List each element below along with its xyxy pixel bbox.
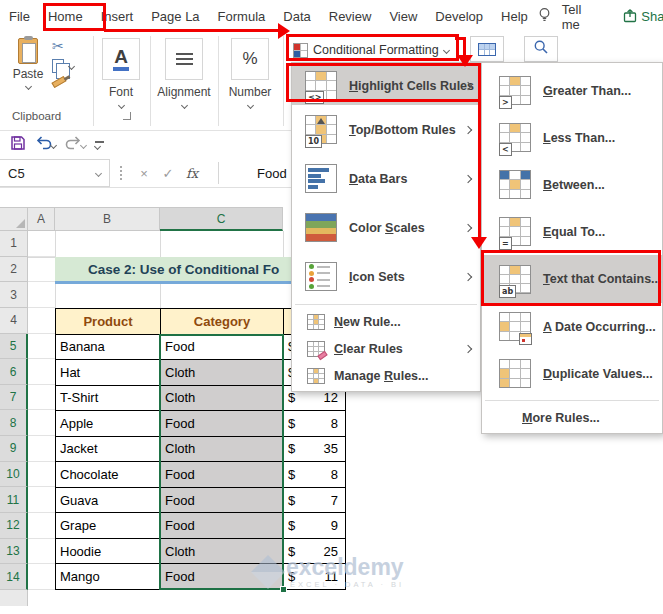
menu-item-top-bottom-rules[interactable]: 10 Top/Bottom Rules xyxy=(292,105,480,154)
cell-product[interactable]: T-Shirt xyxy=(56,386,160,411)
column-header-a[interactable]: A xyxy=(28,207,55,231)
cell-product[interactable]: Apple xyxy=(56,411,160,436)
cell-category[interactable]: Food xyxy=(161,488,283,513)
insert-function-icon[interactable]: fx xyxy=(180,166,204,181)
row-header-4[interactable]: 4 xyxy=(0,308,28,334)
row-header-14[interactable]: 14 xyxy=(0,564,28,590)
menu-item-data-bars[interactable]: Data Bars xyxy=(292,154,480,203)
menu-item-icon-sets[interactable]: Icon Sets xyxy=(292,252,480,301)
row-header-12[interactable]: 12 xyxy=(0,513,28,539)
cell-category[interactable]: Cloth xyxy=(161,539,283,564)
submenu-item-text-that-contains[interactable]: ab Text that Contains... xyxy=(482,255,662,303)
cut-icon[interactable]: ✂ xyxy=(52,39,64,53)
cell-category[interactable]: Food xyxy=(161,462,283,487)
conditional-formatting-button[interactable]: Conditional Formatting xyxy=(293,38,449,62)
tab-review[interactable]: Review xyxy=(320,0,381,33)
column-header-c[interactable]: C xyxy=(160,207,283,231)
share-button[interactable]: Share xyxy=(623,8,663,26)
cell-category[interactable]: Food xyxy=(161,513,283,538)
tell-me-label[interactable]: Tell me xyxy=(562,2,582,32)
chevron-down-icon[interactable] xyxy=(50,141,57,148)
cell-product[interactable]: Banana xyxy=(56,335,160,360)
cell-product[interactable]: Hoodie xyxy=(56,539,160,564)
submenu-item-between[interactable]: Between... xyxy=(482,161,662,208)
chevron-down-icon[interactable] xyxy=(68,62,75,69)
column-header-b[interactable]: B xyxy=(55,207,160,231)
tab-view[interactable]: View xyxy=(380,0,426,33)
clear-rules-icon xyxy=(305,341,327,357)
row-header-6[interactable]: 6 xyxy=(0,359,28,385)
number-group-button[interactable]: % Number xyxy=(230,38,270,108)
tab-file[interactable]: File xyxy=(0,0,39,33)
save-icon[interactable] xyxy=(10,135,26,155)
row-header-7[interactable]: 7 xyxy=(0,385,28,411)
cell-category-active[interactable]: Food xyxy=(161,335,283,360)
menu-item-new-rule[interactable]: New Rule... xyxy=(292,308,480,335)
cell-category[interactable]: Food xyxy=(161,564,283,589)
cell-price[interactable]: $11 xyxy=(284,564,345,589)
cell-category[interactable]: Food xyxy=(161,411,283,436)
submenu-item-duplicate-values[interactable]: Duplicate Values... xyxy=(482,350,662,397)
cell-product[interactable]: Jacket xyxy=(56,437,160,462)
menu-item-highlight-cells-rules[interactable]: ≤> Highlight Cells Rules xyxy=(292,66,480,105)
row-header-9[interactable]: 9 xyxy=(0,436,28,462)
tab-help[interactable]: Help xyxy=(492,0,537,33)
cell-category[interactable]: Cloth xyxy=(161,360,283,385)
menu-item-clear-rules[interactable]: Clear Rules xyxy=(292,335,480,362)
alignment-group-button[interactable]: Alignment xyxy=(163,38,205,108)
submenu-item-more-rules[interactable]: More Rules... xyxy=(482,404,662,431)
row-header-3[interactable]: 3 xyxy=(0,282,28,308)
submenu-item-equal-to[interactable]: = Equal To... xyxy=(482,208,662,255)
menu-item-manage-rules[interactable]: Manage Rules... xyxy=(292,362,480,389)
row-header-1[interactable]: 1 xyxy=(0,231,28,257)
cancel-icon[interactable]: × xyxy=(132,166,156,181)
cell-product[interactable]: Hat xyxy=(56,360,160,385)
row-header-5[interactable]: 5 xyxy=(0,334,28,360)
clipboard-dialog-launcher-icon[interactable] xyxy=(123,112,131,120)
tab-developer[interactable]: Develop xyxy=(426,0,492,33)
copy-icon[interactable] xyxy=(52,59,64,73)
cell-price[interactable]: $9 xyxy=(284,513,345,538)
row-header-8[interactable]: 8 xyxy=(0,410,28,436)
select-all-corner[interactable] xyxy=(0,207,28,231)
formula-input[interactable]: Food xyxy=(229,166,287,181)
chevron-down-icon xyxy=(180,102,187,109)
cell-product[interactable]: Mango xyxy=(56,564,160,589)
cell-product[interactable]: Chocolate xyxy=(56,462,160,487)
row-header-10[interactable]: 10 xyxy=(0,462,28,488)
cell-price[interactable]: $25 xyxy=(284,539,345,564)
tab-page-layout[interactable]: Page La xyxy=(142,0,208,33)
cell-category[interactable]: Cloth xyxy=(161,386,283,411)
number-group-label: Number xyxy=(229,85,272,99)
table-header-category[interactable]: Category xyxy=(161,309,283,334)
submenu-item-less-than[interactable]: < Less Than... xyxy=(482,114,662,161)
font-group-button[interactable]: A Font xyxy=(102,38,140,108)
tab-formulas[interactable]: Formula xyxy=(209,0,275,33)
tab-home[interactable]: Home xyxy=(39,0,92,33)
customize-toolbar-icon[interactable] xyxy=(95,141,104,149)
row-header-2[interactable]: 2 xyxy=(0,257,28,283)
chevron-down-icon[interactable] xyxy=(80,141,87,148)
cell-price[interactable]: $8 xyxy=(284,411,345,436)
row-header-13[interactable]: 13 xyxy=(0,539,28,565)
row-header-11[interactable]: 11 xyxy=(0,487,28,513)
cell-price[interactable]: $7 xyxy=(284,488,345,513)
cell-price[interactable]: $35 xyxy=(284,437,345,462)
confirm-icon[interactable]: ✓ xyxy=(156,166,180,181)
cell-product[interactable]: Grape xyxy=(56,513,160,538)
tab-data[interactable]: Data xyxy=(274,0,319,33)
greater-than-icon: > xyxy=(498,76,532,105)
table-header-product[interactable]: Product xyxy=(56,309,160,334)
cell-price[interactable]: $8 xyxy=(284,462,345,487)
submenu-item-a-date-occurring[interactable]: A Date Occurring... xyxy=(482,303,662,350)
cell-product[interactable]: Guava xyxy=(56,488,160,513)
name-box[interactable]: C5 xyxy=(0,159,110,187)
find-button[interactable] xyxy=(524,36,558,62)
format-as-table-button[interactable] xyxy=(470,36,504,62)
submenu-item-greater-than[interactable]: > Greater Than... xyxy=(482,67,662,114)
format-painter-icon[interactable] xyxy=(51,76,66,88)
chevron-down-icon[interactable] xyxy=(95,169,102,176)
cell-category[interactable]: Cloth xyxy=(161,437,283,462)
menu-item-color-scales[interactable]: Color Scales xyxy=(292,203,480,252)
tab-insert[interactable]: Insert xyxy=(92,0,143,33)
